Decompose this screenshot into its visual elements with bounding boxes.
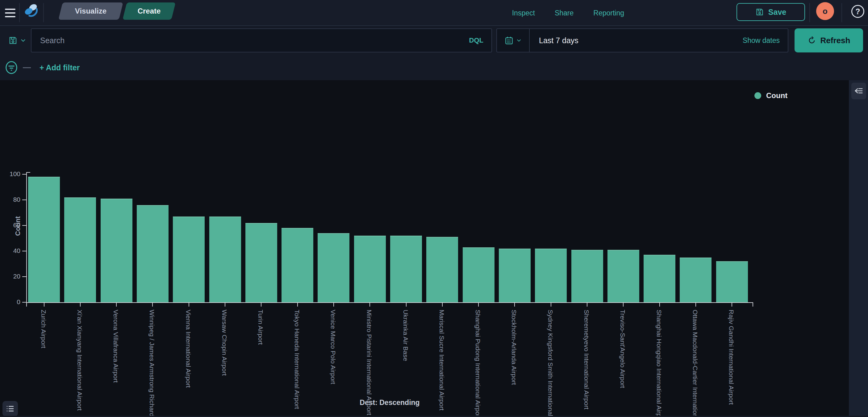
x-tick-mark xyxy=(732,303,732,307)
y-tick-mark xyxy=(22,302,26,303)
menu-icon[interactable] xyxy=(5,6,19,20)
query-bar: DQL xyxy=(0,26,868,55)
tab-label: Visualize xyxy=(75,7,106,15)
opensearch-logo-icon[interactable] xyxy=(24,3,39,18)
x-tick-label: Sydney Kingsford Smith International Air… xyxy=(547,310,554,417)
bar[interactable] xyxy=(571,250,603,302)
x-tick-label: Turin Airport xyxy=(257,310,264,345)
app-window: Visualize Create Inspect Share Reporting… xyxy=(0,0,868,417)
x-tick-mark xyxy=(152,303,153,307)
x-tick-mark xyxy=(80,303,81,307)
y-tick-label: 0 xyxy=(2,298,20,306)
x-tick-label: Vienna International Airport xyxy=(185,310,192,388)
search-input[interactable] xyxy=(31,36,461,45)
legend-label: Count xyxy=(766,91,787,100)
save-button[interactable]: Save xyxy=(737,3,805,21)
bar[interactable] xyxy=(716,261,748,302)
calendar-menu-button[interactable] xyxy=(497,29,530,52)
collapse-panel-icon[interactable] xyxy=(851,83,866,99)
refresh-label: Refresh xyxy=(820,36,850,45)
x-tick-mark xyxy=(297,303,298,307)
bar[interactable] xyxy=(137,205,168,302)
bar[interactable] xyxy=(499,249,531,302)
y-axis-line xyxy=(26,172,27,303)
refresh-icon xyxy=(807,36,816,45)
bottom-strip xyxy=(0,416,868,417)
save-label: Save xyxy=(768,8,786,16)
share-link[interactable]: Share xyxy=(555,9,574,17)
x-tick-label: Sheremetyevo International Airport xyxy=(583,310,590,409)
bar[interactable] xyxy=(354,236,386,302)
search-field-container: DQL xyxy=(31,28,492,53)
save-disk-icon xyxy=(755,8,764,16)
breadcrumb-tab-visualize[interactable]: Visualize xyxy=(61,2,121,20)
bar[interactable] xyxy=(644,255,675,302)
right-options-panel xyxy=(849,80,868,416)
y-tick-label: 20 xyxy=(2,273,20,280)
bar[interactable] xyxy=(318,233,349,302)
x-tick-label: Warsaw Chopin Airport xyxy=(221,310,228,376)
x-tick-mark xyxy=(659,303,660,307)
query-language-toggle[interactable]: DQL xyxy=(461,36,491,44)
bar[interactable] xyxy=(209,216,241,302)
add-filter-button[interactable]: + Add filter xyxy=(39,63,80,72)
x-tick-label: Ukrainka Air Base xyxy=(402,310,409,361)
legend-color-dot xyxy=(754,92,761,99)
help-icon[interactable]: ? xyxy=(851,5,864,18)
x-tick-mark xyxy=(44,303,44,307)
bar[interactable] xyxy=(64,198,96,302)
filter-menu-icon[interactable] xyxy=(4,61,19,75)
show-dates-button[interactable]: Show dates xyxy=(743,36,788,45)
x-tick-mark xyxy=(116,303,117,307)
reporting-link[interactable]: Reporting xyxy=(593,9,624,17)
bar[interactable] xyxy=(173,216,205,302)
bar[interactable] xyxy=(281,228,313,302)
x-tick-label: Ottawa Macdonald-Cartier International A… xyxy=(691,310,699,417)
date-picker: Last 7 days Show dates xyxy=(496,28,788,53)
x-tick-label: Verona Villafranca Airport xyxy=(112,310,120,383)
header-divider xyxy=(809,3,810,22)
x-tick-label: Xi'an Xianyang International Airport xyxy=(76,310,83,411)
refresh-button[interactable]: Refresh xyxy=(795,28,863,53)
x-tick-label: Winnipeg / James Armstrong Richardson In… xyxy=(148,310,156,417)
x-tick-mark xyxy=(587,303,587,307)
bar[interactable] xyxy=(608,250,639,302)
bar[interactable] xyxy=(535,249,567,302)
chevron-down-icon xyxy=(20,37,26,43)
bar[interactable] xyxy=(245,223,277,302)
y-tick-label: 100 xyxy=(2,170,20,178)
bar[interactable] xyxy=(680,257,712,302)
x-tick-mark xyxy=(333,303,334,307)
breadcrumb-tab-create[interactable]: Create xyxy=(125,2,174,20)
x-tick-label: Shanghai Hongqiao International Airport xyxy=(655,310,663,417)
x-tick-label: Venice Marco Polo Airport xyxy=(329,310,337,384)
x-tick-mark xyxy=(442,303,443,307)
header-actions: Inspect Share Reporting xyxy=(512,0,624,26)
x-tick-mark xyxy=(261,303,261,307)
x-tick-mark xyxy=(478,303,479,307)
saved-query-menu-button[interactable] xyxy=(4,29,30,52)
x-tick-mark xyxy=(551,303,551,307)
y-tick-mark xyxy=(22,225,26,226)
x-tick-label: Zurich Airport xyxy=(40,310,47,348)
y-tick-mark xyxy=(22,276,26,277)
filter-divider xyxy=(23,67,31,68)
bar[interactable] xyxy=(28,177,60,302)
user-avatar[interactable]: o xyxy=(816,2,834,20)
date-range-value[interactable]: Last 7 days xyxy=(530,36,743,45)
x-tick-label: Treviso-Sant'Angelo Airport xyxy=(619,310,626,388)
x-tick-mark xyxy=(695,303,696,307)
x-tick-label: Shanghai Pudong International Airport xyxy=(474,310,482,417)
bar[interactable] xyxy=(101,199,132,302)
y-tick-label: 80 xyxy=(2,196,20,203)
legend-toggle-button[interactable] xyxy=(2,401,18,416)
bar[interactable] xyxy=(390,236,422,302)
inspect-link[interactable]: Inspect xyxy=(512,9,535,17)
y-tick-mark xyxy=(22,174,26,175)
saved-query-disk-icon xyxy=(8,36,18,45)
y-tick-label: 60 xyxy=(2,221,20,229)
bar[interactable] xyxy=(426,237,458,302)
bar[interactable] xyxy=(463,247,495,302)
legend-item-count[interactable]: Count xyxy=(754,91,787,100)
header-divider xyxy=(19,3,20,22)
